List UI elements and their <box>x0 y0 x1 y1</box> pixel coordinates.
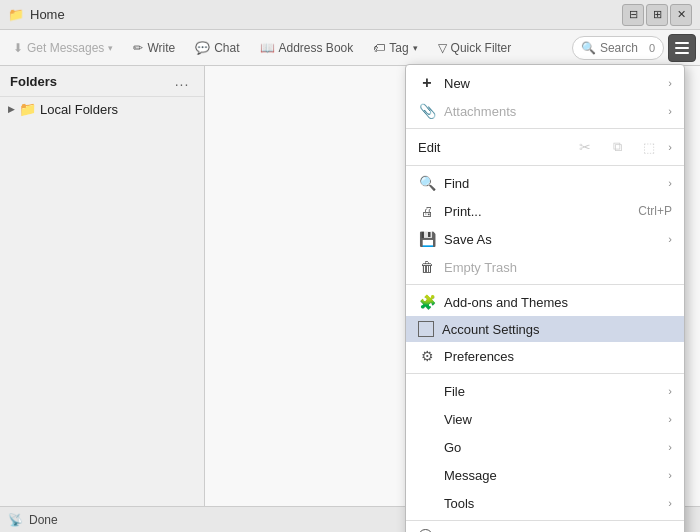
toolbar: ⬇ Get Messages ▾ ✏ Write 💬 Chat 📖 Addres… <box>0 30 700 66</box>
menu-item-emptytrash[interactable]: 🗑 Empty Trash <box>406 253 684 281</box>
tag-icon: 🏷 <box>373 41 385 55</box>
get-messages-dropdown-icon: ▾ <box>108 43 113 53</box>
get-messages-btn[interactable]: ⬇ Get Messages ▾ <box>4 34 122 62</box>
hamburger-line-1 <box>675 42 689 44</box>
menu-item-view[interactable]: View › <box>406 405 684 433</box>
menu-item-accountsettings[interactable]: Account Settings <box>406 316 684 342</box>
write-btn[interactable]: ✏ Write <box>124 34 184 62</box>
file-spacer <box>418 382 436 400</box>
copy-icon[interactable]: ⧉ <box>606 136 628 158</box>
menu-new-label: New <box>444 76 660 91</box>
separator-5 <box>406 520 684 521</box>
paste-icon[interactable]: ⬚ <box>638 136 660 158</box>
minimize-btn[interactable]: ⊟ <box>622 4 644 26</box>
menu-item-preferences[interactable]: ⚙ Preferences <box>406 342 684 370</box>
write-icon: ✏ <box>133 41 143 55</box>
menu-preferences-label: Preferences <box>444 349 672 364</box>
menu-item-go[interactable]: Go › <box>406 433 684 461</box>
menu-item-new[interactable]: + New › <box>406 69 684 97</box>
folder-arrow-icon: ▶ <box>8 104 15 114</box>
address-book-icon: 📖 <box>260 41 275 55</box>
separator-4 <box>406 373 684 374</box>
saveas-arrow: › <box>668 233 672 245</box>
chat-icon: 💬 <box>195 41 210 55</box>
view-arrow: › <box>668 413 672 425</box>
tools-spacer <box>418 494 436 512</box>
menu-item-message[interactable]: Message › <box>406 461 684 489</box>
menu-saveas-label: Save As <box>444 232 660 247</box>
hamburger-menu-btn[interactable] <box>668 34 696 62</box>
dropdown-menu: + New › 📎 Attachments › Edit ✂ ⧉ ⬚ › 🔍 F… <box>405 64 685 532</box>
folder-icon: 📁 <box>19 101 36 117</box>
sidebar: Folders ... ▶ 📁 Local Folders <box>0 66 205 506</box>
search-count: 0 <box>649 42 655 54</box>
message-spacer <box>418 466 436 484</box>
hamburger-line-3 <box>675 52 689 54</box>
preferences-icon: ⚙ <box>418 347 436 365</box>
filter-icon: ▽ <box>438 41 447 55</box>
separator-3 <box>406 284 684 285</box>
new-icon: + <box>418 74 436 92</box>
hamburger-line-2 <box>675 47 689 49</box>
menu-addons-label: Add-ons and Themes <box>444 295 672 310</box>
maximize-btn[interactable]: ⊞ <box>646 4 668 26</box>
trash-icon: 🗑 <box>418 258 436 276</box>
separator-1 <box>406 128 684 129</box>
menu-tools-label: Tools <box>444 496 660 511</box>
tag-dropdown-icon: ▾ <box>413 43 418 53</box>
menu-item-file[interactable]: File › <box>406 377 684 405</box>
menu-accountsettings-label: Account Settings <box>442 322 672 337</box>
saveas-icon: 💾 <box>418 230 436 248</box>
title-bar: 📁 Home ⊟ ⊞ ✕ <box>0 0 700 30</box>
menu-file-label: File <box>444 384 660 399</box>
title-bar-controls: ⊟ ⊞ ✕ <box>622 4 692 26</box>
close-btn[interactable]: ✕ <box>670 4 692 26</box>
menu-item-find[interactable]: 🔍 Find › <box>406 169 684 197</box>
menu-item-saveas[interactable]: 💾 Save As › <box>406 225 684 253</box>
quick-filter-btn[interactable]: ▽ Quick Filter <box>429 34 521 62</box>
find-icon: 🔍 <box>418 174 436 192</box>
go-arrow: › <box>668 441 672 453</box>
print-shortcut: Ctrl+P <box>638 204 672 218</box>
menu-item-addons[interactable]: 🧩 Add-ons and Themes <box>406 288 684 316</box>
status-text: Done <box>29 513 58 527</box>
chat-btn[interactable]: 💬 Chat <box>186 34 248 62</box>
file-arrow: › <box>668 385 672 397</box>
menu-go-label: Go <box>444 440 660 455</box>
menu-emptytrash-label: Empty Trash <box>444 260 672 275</box>
menu-edit-row: Edit ✂ ⧉ ⬚ › <box>406 132 684 162</box>
accountsettings-icon <box>418 321 434 337</box>
menu-message-label: Message <box>444 468 660 483</box>
print-icon: 🖨 <box>418 202 436 220</box>
menu-item-tools[interactable]: Tools › <box>406 489 684 517</box>
menu-item-help[interactable]: ? Help › <box>406 524 684 532</box>
separator-2 <box>406 165 684 166</box>
address-book-btn[interactable]: 📖 Address Book <box>251 34 363 62</box>
view-spacer <box>418 410 436 428</box>
home-icon: 📁 <box>8 7 24 23</box>
cut-icon[interactable]: ✂ <box>574 136 596 158</box>
tools-arrow: › <box>668 497 672 509</box>
find-arrow: › <box>668 177 672 189</box>
message-arrow: › <box>668 469 672 481</box>
attachments-icon: 📎 <box>418 102 436 120</box>
edit-arrow: › <box>668 141 672 153</box>
edit-label: Edit <box>418 140 570 155</box>
status-icon: 📡 <box>8 513 23 527</box>
new-arrow: › <box>668 77 672 89</box>
search-input[interactable] <box>600 41 645 55</box>
attachments-arrow: › <box>668 105 672 117</box>
search-box[interactable]: 🔍 0 <box>572 36 664 60</box>
menu-print-label: Print... <box>444 204 630 219</box>
search-icon: 🔍 <box>581 41 596 55</box>
sidebar-title: Folders <box>10 74 57 89</box>
menu-item-print[interactable]: 🖨 Print... Ctrl+P <box>406 197 684 225</box>
title-bar-text: Home <box>30 7 65 22</box>
menu-item-attachments[interactable]: 📎 Attachments › <box>406 97 684 125</box>
sidebar-more-btn[interactable]: ... <box>170 72 194 90</box>
get-messages-icon: ⬇ <box>13 41 23 55</box>
tag-btn[interactable]: 🏷 Tag ▾ <box>364 34 426 62</box>
addons-icon: 🧩 <box>418 293 436 311</box>
folder-name: Local Folders <box>40 102 118 117</box>
local-folders-item[interactable]: ▶ 📁 Local Folders <box>0 97 204 121</box>
